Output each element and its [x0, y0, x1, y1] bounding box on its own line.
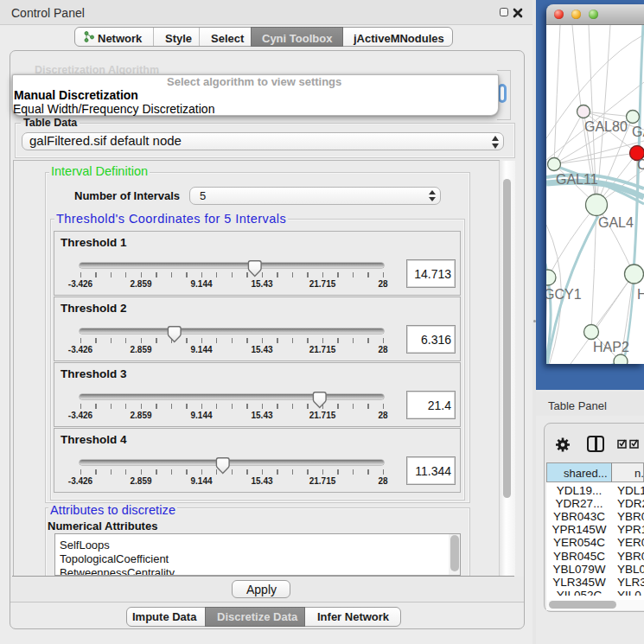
svg-text:H: H	[637, 287, 644, 302]
svg-text:GAL11: GAL11	[556, 172, 598, 187]
svg-text:C: C	[637, 157, 644, 172]
svg-text:GCY1: GCY1	[546, 287, 582, 302]
svg-text:GAL4: GAL4	[598, 215, 634, 230]
svg-text:GA: GA	[632, 124, 644, 139]
svg-text:GAL80: GAL80	[584, 119, 628, 134]
svg-text:HAP2: HAP2	[593, 340, 629, 354]
